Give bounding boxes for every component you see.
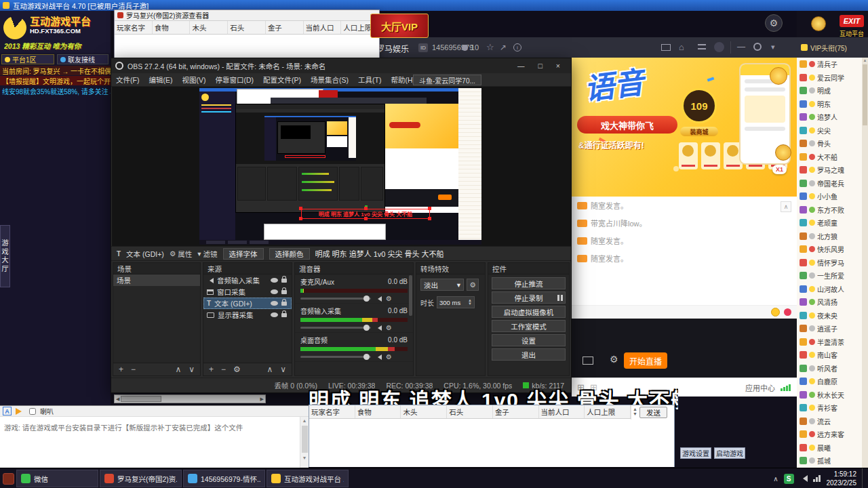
row-spin-up-icon[interactable]: ▲: [633, 407, 637, 411]
channel-settings-icon[interactable]: ⚙: [386, 324, 392, 331]
volume-slider[interactable]: [300, 356, 371, 358]
remove-scene-icon[interactable]: −: [131, 365, 136, 374]
chat-vscrollbar[interactable]: ▲ ▼: [300, 417, 309, 468]
taskbar-app-button[interactable]: 罗马复兴(帝国2)资...: [100, 470, 182, 487]
user-list-item[interactable]: 追梦人: [797, 110, 862, 124]
exit-button[interactable]: 退出: [492, 348, 566, 361]
recharge-icon[interactable]: [811, 16, 826, 31]
userlist-scroll-up-icon[interactable]: ▲: [863, 58, 867, 62]
transition-settings-button[interactable]: ⚙: [467, 279, 479, 291]
user-list-item[interactable]: 秋水长天: [797, 388, 862, 402]
network-icon[interactable]: [813, 475, 821, 482]
scene-up-icon[interactable]: ∧: [175, 365, 181, 374]
user-list-item[interactable]: 明成: [797, 84, 862, 98]
column-header[interactable]: 当前人口: [304, 21, 342, 34]
source-settings-icon[interactable]: ⚙: [233, 365, 241, 374]
background-hscrollbar[interactable]: ◀ ▶: [114, 394, 266, 403]
obs-maximize-icon[interactable]: □: [532, 62, 549, 70]
userlist-scroll-thumb[interactable]: [863, 64, 867, 125]
mute-speaker-icon[interactable]: [375, 354, 382, 360]
start-game-button[interactable]: 启动游戏: [714, 447, 745, 459]
reward-card[interactable]: [679, 142, 698, 169]
rose-icon[interactable]: [784, 308, 791, 316]
source-item[interactable]: 音频输入采集: [203, 274, 292, 286]
menu-item[interactable]: 工具(T): [353, 75, 386, 85]
selection-handle[interactable]: [299, 207, 302, 210]
favorite-star-icon[interactable]: ☆: [486, 42, 494, 52]
source-down-icon[interactable]: ∨: [280, 365, 286, 374]
lock-icon[interactable]: [281, 302, 287, 306]
volume-slider[interactable]: [300, 298, 371, 300]
taskbar-app-button[interactable]: 微信: [16, 470, 98, 487]
menu-item[interactable]: 场景集合(S): [306, 75, 353, 85]
studio-mode-button[interactable]: 工作室模式: [492, 320, 566, 332]
selection-handle[interactable]: [428, 207, 431, 210]
visibility-eye-icon[interactable]: [271, 312, 278, 317]
cast-icon[interactable]: [661, 44, 671, 51]
start-button[interactable]: [0, 468, 16, 488]
show-desktop-sliver[interactable]: [862, 468, 865, 488]
user-list-item[interactable]: 爱云同学: [797, 71, 862, 85]
obs-minimize-icon[interactable]: —: [511, 62, 532, 70]
send-button[interactable]: 发送: [639, 407, 667, 418]
bell-icon[interactable]: [775, 144, 791, 161]
menu-item[interactable]: 文件(F): [111, 75, 144, 85]
virtual-camera-button[interactable]: 启动虚拟摄像机: [492, 306, 566, 318]
user-list-item[interactable]: 南山客: [797, 348, 862, 362]
stream-settings-gear-icon[interactable]: ⚙: [610, 354, 618, 365]
volume-slider-knob[interactable]: [363, 354, 370, 360]
duration-spinbox[interactable]: 300 ms ▲▼: [437, 296, 475, 308]
user-list-item[interactable]: 听风者: [797, 362, 862, 375]
user-list-item[interactable]: 尖尖: [797, 124, 862, 138]
user-list-item[interactable]: 孤城: [797, 454, 862, 468]
visibility-eye-icon[interactable]: [271, 301, 278, 306]
menu-item[interactable]: 视图(V): [177, 75, 210, 85]
volume-icon[interactable]: [800, 475, 808, 482]
volume-slider-knob[interactable]: [363, 325, 370, 331]
column-header[interactable]: 木头: [190, 21, 228, 34]
settings-center-icon[interactable]: ⚙: [765, 14, 783, 32]
properties-button[interactable]: ⚙属性: [170, 249, 192, 259]
user-list-item[interactable]: 罗马之魂: [797, 163, 862, 177]
column-header[interactable]: 食物: [153, 21, 191, 34]
user-list-item[interactable]: 老顽童: [797, 216, 862, 230]
scroll-left-icon[interactable]: ◀: [115, 396, 121, 402]
mute-speaker-icon[interactable]: [375, 296, 382, 302]
userlist-header[interactable]: VIP头衔(75): [797, 37, 868, 58]
vscroll-thumb[interactable]: [302, 426, 308, 453]
clock-date[interactable]: 2023/2/25: [827, 479, 857, 488]
app-center-label[interactable]: 应用中心: [745, 382, 775, 393]
select-font-button[interactable]: 选择字体: [223, 248, 264, 260]
screen-share-icon[interactable]: [583, 357, 593, 365]
platform-tab-zone[interactable]: 平台1区: [1, 54, 54, 64]
menu-item[interactable]: 停靠窗口(D): [210, 75, 258, 85]
channel-settings-icon[interactable]: ⚙: [386, 353, 392, 361]
user-list-item[interactable]: 流云: [797, 415, 862, 428]
user-list-item[interactable]: 白鹿原: [797, 375, 862, 388]
pause-recording-icon[interactable]: [557, 295, 563, 301]
game-settings-button[interactable]: 游戏设置: [680, 447, 711, 459]
source-item[interactable]: 显示器采集: [203, 309, 292, 321]
column-header[interactable]: 石头: [447, 405, 493, 418]
ime-icon[interactable]: S: [784, 474, 794, 484]
user-list-item[interactable]: 一生所爱: [797, 269, 862, 283]
filters-button[interactable]: ▾滤镜: [197, 249, 217, 259]
obs-titlebar[interactable]: OBS 27.2.4 (64 bit, windows) - 配置文件: 未命名…: [111, 58, 571, 73]
promo-coin[interactable]: 109: [682, 88, 717, 123]
obs-preview-area[interactable]: 明成 明东 追梦人 1v0 尖尖 骨头 大不船: [112, 87, 571, 246]
user-list-item[interactable]: 快乐风男: [797, 243, 862, 256]
user-list-item[interactable]: 大不船: [797, 150, 862, 164]
column-header[interactable]: 食物: [355, 405, 401, 418]
platform-tab-link[interactable]: 联友接线: [57, 54, 108, 64]
user-list-item[interactable]: 清兵子: [797, 58, 862, 71]
user-list-item[interactable]: 明东: [797, 98, 862, 111]
menu-item[interactable]: 配置文件(P): [258, 75, 306, 85]
scene-item[interactable]: 场景: [113, 274, 200, 286]
platform-logo-icon[interactable]: [714, 42, 724, 52]
tray-expand-icon[interactable]: ∧: [773, 475, 778, 483]
user-list-item[interactable]: 北方狼: [797, 230, 862, 243]
volume-slider-knob[interactable]: [363, 296, 370, 302]
column-header[interactable]: 当前人口: [539, 405, 585, 418]
visibility-eye-icon[interactable]: [271, 278, 278, 283]
selection-handle[interactable]: [364, 217, 368, 220]
